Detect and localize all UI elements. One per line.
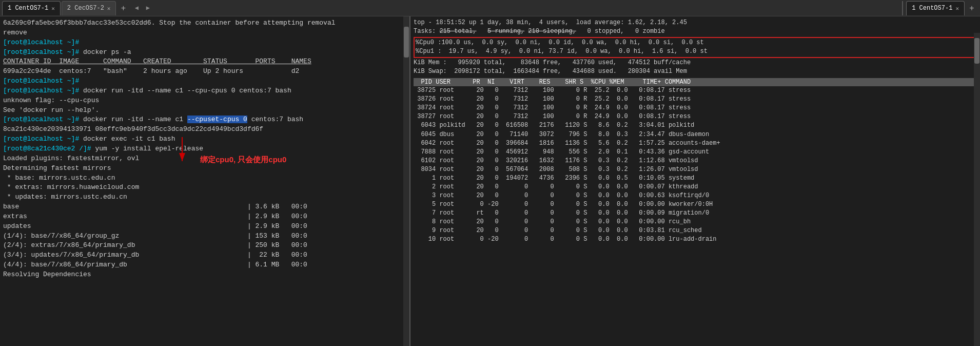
line-10: See 'docker run --help'. — [3, 106, 406, 116]
line-3: [root@localhost ~]# — [3, 38, 406, 48]
add-tab-right[interactable]: + — [966, 2, 978, 14]
right-scrollbar-thumb[interactable] — [974, 38, 979, 64]
nav-arrows-left: ◀ ▶ — [131, 3, 153, 13]
line-27: Resolving Dependencies — [3, 270, 406, 280]
nav-arrow-left[interactable]: ◀ — [131, 3, 142, 13]
line-12: 8ca21c430ce20394133971 08effc9eb940f3d5c… — [3, 125, 406, 134]
tab-cecos7-2[interactable]: 2 CecOS7-2 ✕ — [62, 1, 116, 15]
proc-row-17: 10 root 0 -20 0 0 0 S 0.0 0.0 0:00.00 lr… — [414, 235, 977, 244]
left-terminal-pane: 6a269c0fa5ebc96f3bbb7dacc33e53cc02dd6. S… — [0, 16, 410, 346]
proc-row-2: 38724 root 20 0 7312 100 0 R 24.9 0.0 0:… — [414, 104, 977, 112]
line-18: * extras: mirrors.huaweicloud.com — [3, 183, 406, 193]
proc-row-7: 7888 root 20 0 456912 948 556 S 2.0 0.1 … — [414, 148, 977, 157]
tab-label-right: 1 CentOS7-1 — [912, 5, 952, 12]
line-16: Determining fastest mirrors — [3, 164, 406, 174]
close-tab-left-2[interactable]: ✕ — [107, 5, 111, 12]
proc-row-5: 6045 dbus 20 0 71140 3072 796 S 8.0 0.3 … — [414, 130, 977, 139]
line-5: CONTAINER ID IMAGE COMMAND CREATED STATU… — [3, 57, 406, 67]
line-4: [root@localhost ~]# docker ps -a — [3, 48, 406, 57]
left-tab-bar: 1 CentOS7-1 ✕ 2 CecOS7-2 ✕ + ◀ ▶ 1 CentO… — [0, 0, 980, 16]
line-22: updates | 2.9 kB 00:0 — [3, 222, 406, 232]
line-7: [root@localhost ~]# — [3, 76, 406, 86]
proc-row-6: 6042 root 20 0 396684 1816 1136 S 5.6 0.… — [414, 139, 977, 148]
proc-row-13: 5 root 0 -20 0 0 0 S 0.0 0.0 0:00.00 kwo… — [414, 200, 977, 209]
line-11: [root@localhost ~]# docker run -itd --na… — [3, 115, 406, 125]
line-15: Loaded plugins: fastestmirror, ovl — [3, 154, 406, 164]
tab-label: 1 CentOS7-1 — [8, 5, 48, 12]
close-tab-left-1[interactable]: ✕ — [51, 5, 55, 12]
proc-row-8: 6102 root 20 0 320216 1632 1176 S 0.3 0.… — [414, 157, 977, 165]
line-19: * updates: mirrors.ustc.edu.cn — [3, 193, 406, 202]
line-21: extras | 2.9 kB 00:0 — [3, 212, 406, 222]
mem-line: KiB Mem : 995920 total, 83648 free, 4377… — [414, 59, 977, 67]
line-23: (1/4): base/7/x86_64/group_gz | 153 kB 0… — [3, 232, 406, 241]
proc-row-16: 9 root 20 0 0 0 0 S 0.0 0.0 0:03.81 rcu_… — [414, 226, 977, 235]
top-header-line: top - 18:51:52 up 1 day, 38 min, 4 users… — [414, 18, 977, 27]
line-14: [root@8ca21c430ce2 /]# yum -y install ep… — [3, 144, 406, 154]
line-25: (3/4): updates/7/x86_64/primary_db | 22 … — [3, 251, 406, 260]
proc-row-4: 6043 polkitd 20 0 616508 2176 1120 S 8.6… — [414, 121, 977, 130]
tab-centos7-1-left[interactable]: 1 CentOS7-1 ✕ — [2, 1, 61, 15]
line-9: unknown flag: --cpu-cpus — [3, 96, 406, 106]
cpu0-line: %Cpu0 :100.0 us, 0.0 sy, 0.0 ni, 0.0 id,… — [416, 39, 975, 47]
main-layout: 6a269c0fa5ebc96f3bbb7dacc33e53cc02dd6. S… — [0, 16, 980, 346]
left-scrollbar-thumb[interactable] — [404, 27, 409, 57]
proc-row-12: 3 root 20 0 0 0 0 S 0.0 0.0 0:00.63 ksof… — [414, 191, 977, 200]
nav-arrow-right-left[interactable]: ▶ — [143, 3, 153, 13]
right-terminal-pane: top - 18:51:52 up 1 day, 38 min, 4 users… — [410, 16, 980, 346]
line-8: [root@localhost ~]# docker run -itd --na… — [3, 86, 406, 96]
line-26: (4/4): base/7/x86_64/primary_db | 6.1 MB… — [3, 260, 406, 270]
left-terminal-content[interactable]: 6a269c0fa5ebc96f3bbb7dacc33e53cc02dd6. S… — [0, 16, 409, 346]
right-terminal-content[interactable]: top - 18:51:52 up 1 day, 38 min, 4 users… — [410, 16, 980, 346]
left-scrollbar[interactable] — [403, 16, 409, 346]
cpu1-line: %Cpu1 : 19.7 us, 4.9 sy, 0.0 ni, 73.7 id… — [416, 47, 975, 56]
cpu-stats-box: %Cpu0 :100.0 us, 0.0 sy, 0.0 ni, 0.0 id,… — [414, 37, 977, 58]
swap-line: KiB Swap: 2098172 total, 1663484 free, 4… — [414, 67, 977, 76]
proc-row-0: 38725 root 20 0 7312 100 0 R 25.2 0.0 0:… — [414, 86, 977, 95]
tab-label: 2 CecOS7-2 — [67, 5, 104, 12]
line-1: 6a269c0fa5ebc96f3bbb7dacc33e53cc02dd6. S… — [3, 18, 406, 28]
proc-row-3: 38727 root 20 0 7312 100 0 R 24.9 0.0 0:… — [414, 112, 977, 121]
line-17: * base: mirrors.ustc.edu.cn — [3, 174, 406, 183]
proc-row-1: 38726 root 20 0 7312 100 0 R 25.2 0.0 0:… — [414, 95, 977, 104]
proc-row-11: 2 root 20 0 0 0 0 S 0.0 0.0 0:00.07 kthr… — [414, 183, 977, 191]
proc-row-9: 8034 root 20 0 567064 2008 508 S 0.3 0.2… — [414, 165, 977, 174]
proc-row-14: 7 root rt 0 0 0 0 S 0.0 0.0 0:00.09 migr… — [414, 209, 977, 218]
line-2: remove — [3, 28, 406, 38]
proc-header: PID USER PR NI VIRT RES SHR S %CPU %MEM … — [414, 78, 977, 86]
line-24: (2/4): extras/7/x86_64/primary_db | 250 … — [3, 241, 406, 251]
add-tab-left[interactable]: + — [117, 2, 129, 14]
line-13: [root@localhost ~]# docker exec -it c1 b… — [3, 134, 406, 144]
tasks-line: Tasks: 215 total, 5 running, 210 sleepin… — [414, 27, 977, 36]
close-tab-right-1[interactable]: ✕ — [955, 5, 959, 12]
proc-row-10: 1 root 20 0 194072 4736 2396 S 0.0 0.5 0… — [414, 174, 977, 183]
right-scrollbar[interactable] — [974, 33, 980, 346]
proc-row-15: 8 root 20 0 0 0 0 S 0.0 0.0 0:00.00 rcu_… — [414, 218, 977, 226]
line-20: base | 3.6 kB 00:0 — [3, 202, 406, 212]
line-6: 699a2c2c94de centos:7 "bash" 2 hours ago… — [3, 67, 406, 76]
tab-centos7-1-right[interactable]: 1 CentOS7-1 ✕ — [906, 1, 965, 15]
